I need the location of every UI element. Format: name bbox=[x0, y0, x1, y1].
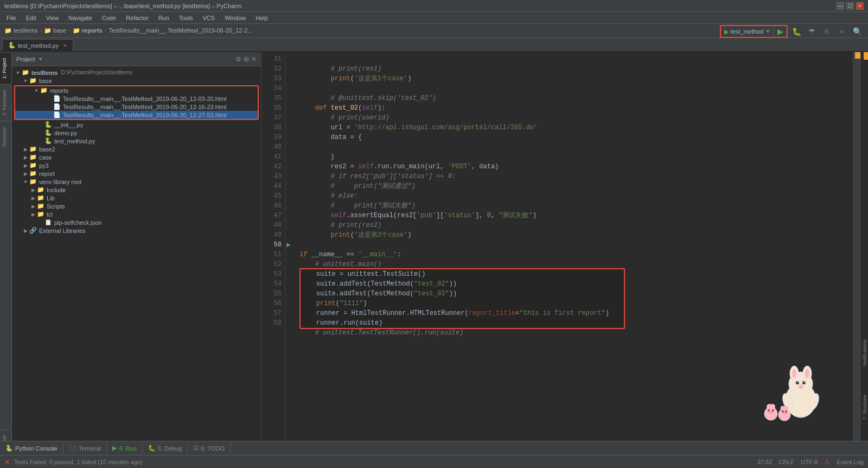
menu-window[interactable]: Window bbox=[220, 14, 250, 22]
breadcrumb-item-base[interactable]: 📁 base bbox=[44, 27, 66, 34]
tree-arrow-icon: ▶ bbox=[29, 204, 37, 209]
tree-item-include[interactable]: ▶ 📁 Include bbox=[12, 186, 261, 194]
tree-item-html3[interactable]: 📄 TestResults__main__.TestMethod_2019-06… bbox=[15, 111, 258, 119]
tree-label: tcl bbox=[47, 211, 53, 218]
bottom-tab-terminal[interactable]: ⬛ Terminal bbox=[63, 442, 107, 454]
tree-arrow-icon: ▼ bbox=[22, 78, 29, 84]
tree-label: Scripts bbox=[47, 203, 65, 210]
sidebar-tab-structure[interactable]: Structure bbox=[0, 121, 11, 153]
settings-icon[interactable]: ⚙ bbox=[235, 55, 241, 63]
layout-icon[interactable]: ⊞ bbox=[244, 55, 249, 63]
bottom-tab-run[interactable]: ▶ 4: Run bbox=[107, 442, 142, 454]
py-file-icon: 🐍 bbox=[44, 121, 52, 128]
tree-item-scripts[interactable]: ▶ 📁 Scripts bbox=[12, 202, 261, 210]
encoding[interactable]: UTF-8 bbox=[801, 459, 818, 465]
debug-button[interactable]: 🐛 bbox=[790, 25, 803, 38]
search-everywhere-button[interactable]: 🔍 bbox=[851, 25, 864, 38]
sidebar-tab-project[interactable]: 1: Project bbox=[0, 52, 11, 84]
py-file-icon: 🐍 bbox=[44, 129, 52, 136]
run-button[interactable]: ▶ bbox=[774, 26, 787, 37]
menu-edit[interactable]: Edit bbox=[22, 14, 41, 22]
right-side-tab-structure[interactable]: 7: Structure bbox=[861, 390, 868, 425]
bottom-tab-python-console[interactable]: 🐍 Python Console bbox=[0, 442, 63, 454]
py-file-icon: 🐍 bbox=[44, 137, 52, 144]
tree-item-report[interactable]: ▶ 📁 report bbox=[12, 169, 261, 178]
tree-item-extlib[interactable]: ▶ 🔗 External Libraries bbox=[12, 226, 261, 235]
menubar: File Edit View Navigate Code Refactor Ru… bbox=[0, 12, 868, 24]
tree-item-pip[interactable]: 📋 pip-selfcheck.json bbox=[12, 218, 261, 226]
bottom-tab-todo[interactable]: ☑ 6: TODO bbox=[188, 442, 231, 454]
folder-icon-base: 📁 bbox=[29, 77, 37, 84]
tree-item-base[interactable]: ▼ 📁 base bbox=[12, 77, 261, 85]
project-dropdown-icon[interactable]: ▼ bbox=[38, 56, 43, 62]
tree-label: reports bbox=[50, 87, 68, 94]
tree-item-lib[interactable]: ▶ 📁 Lib bbox=[12, 194, 261, 202]
html-file-icon: 📄 bbox=[53, 103, 61, 110]
run-config-icon: ▶ bbox=[724, 28, 729, 35]
folder-icon: 📁 bbox=[37, 203, 44, 210]
tree-item-py3[interactable]: ▶ 📁 py3 bbox=[12, 161, 261, 169]
status-message: Tests Failed: 0 passed, 1 failed (15 min… bbox=[14, 459, 143, 465]
sidebar-tab-favorites[interactable]: 2: Favorites bbox=[0, 84, 11, 121]
tree-item-test-method[interactable]: 🐍 test_method.py bbox=[12, 137, 261, 145]
tree-item-case[interactable]: ▶ 📁 case bbox=[12, 153, 261, 161]
profile-button[interactable]: ⏱ bbox=[820, 25, 833, 38]
tree-label: Lib bbox=[47, 195, 55, 201]
status-error-icon: ✕ bbox=[4, 458, 10, 466]
html-file-icon: 📄 bbox=[53, 95, 61, 102]
breadcrumb-item-testItems[interactable]: 📁 testItems bbox=[4, 27, 38, 34]
folder-icon: 📁 bbox=[29, 178, 37, 185]
run-coverage-button[interactable]: ☂ bbox=[805, 25, 818, 38]
tree-item-tcl[interactable]: ▶ 📁 tcl bbox=[12, 210, 261, 218]
cursor-position[interactable]: 37:62 bbox=[757, 459, 773, 465]
maximize-button[interactable]: ☐ bbox=[846, 2, 854, 10]
project-header-icons: ⚙ ⊞ ✕ bbox=[235, 55, 257, 63]
menu-vcs[interactable]: VCS bbox=[199, 14, 220, 22]
event-log-icon: ⚠ bbox=[824, 458, 830, 466]
tree-item-base2[interactable]: ▶ 📁 base2 bbox=[12, 145, 261, 153]
menu-code[interactable]: Code bbox=[98, 14, 120, 22]
code-area[interactable]: 31 32 33 34 35 36 37 38 39 40 41 42 43 4… bbox=[261, 52, 860, 450]
event-log-label[interactable]: Event Log bbox=[837, 459, 864, 465]
menu-file[interactable]: File bbox=[2, 14, 21, 22]
run-config-dropdown[interactable]: ▶ test_method ▼ bbox=[721, 27, 774, 36]
folder-icon: 📁 bbox=[29, 162, 37, 169]
tree-arrow-icon: ▼ bbox=[33, 88, 40, 93]
right-side-tab-notifications[interactable]: Notifications bbox=[861, 335, 868, 370]
more-run-button[interactable]: ≡ bbox=[835, 25, 848, 38]
minimize-button[interactable]: — bbox=[837, 2, 844, 10]
line-ending[interactable]: CRLF bbox=[779, 459, 795, 465]
tree-item-demo[interactable]: 🐍 demo.py bbox=[12, 129, 261, 137]
close-panel-icon[interactable]: ✕ bbox=[251, 55, 257, 63]
menu-help[interactable]: Help bbox=[251, 14, 272, 22]
code-content[interactable]: # print(res1) print('这是第1个case') # @unit… bbox=[295, 52, 853, 450]
menu-view[interactable]: View bbox=[42, 14, 63, 22]
tab-label: test_method.py bbox=[18, 42, 59, 49]
tab-close-icon[interactable]: ✕ bbox=[63, 43, 67, 48]
tree-item-reports[interactable]: ▼ 📁 reports bbox=[15, 86, 258, 94]
breadcrumb-sep: › bbox=[40, 27, 42, 34]
breadcrumb-item-reports[interactable]: 📁 reports bbox=[73, 27, 103, 34]
close-button[interactable]: ✕ bbox=[856, 2, 864, 10]
menu-tools[interactable]: Tools bbox=[175, 14, 197, 22]
project-title: Project bbox=[16, 56, 35, 62]
tab-test-method[interactable]: 🐍 test_method.py ✕ bbox=[2, 39, 73, 51]
tree-item-html1[interactable]: 📄 TestResults__main__.TestMethod_2019-06… bbox=[15, 94, 258, 103]
breadcrumb-item-file[interactable]: TestResults__main__.TestMethod_2019-06-2… bbox=[108, 27, 252, 34]
tree-item-html2[interactable]: 📄 TestResults__main__.TestMethod_2019-06… bbox=[15, 103, 258, 111]
tree-arrow-icon: ▶ bbox=[22, 171, 29, 176]
terminal-label: Terminal bbox=[79, 445, 101, 452]
json-file-icon: 📋 bbox=[44, 219, 52, 226]
tree-item-init[interactable]: 🐍 __init__.py bbox=[12, 121, 261, 129]
tree-item-testItems[interactable]: ▼ 📁 testItems D:\PycharmProjects\testIte… bbox=[12, 68, 261, 77]
tree-arrow-icon: ▶ bbox=[29, 195, 37, 201]
bottom-tab-debug[interactable]: 🐛 5: Debug bbox=[143, 442, 188, 454]
main-layout: 1: Project 2: Favorites Structure Remote… bbox=[0, 52, 868, 468]
menu-navigate[interactable]: Navigate bbox=[64, 14, 96, 22]
menu-run[interactable]: Run bbox=[154, 14, 174, 22]
tree-item-venv[interactable]: ▼ 📁 venv library root bbox=[12, 178, 261, 186]
menu-refactor[interactable]: Refactor bbox=[122, 14, 153, 22]
run-marker-icon[interactable]: ▶ bbox=[286, 240, 291, 250]
right-scrollbar[interactable] bbox=[853, 52, 860, 450]
folder-icon: 📁 bbox=[37, 186, 44, 193]
